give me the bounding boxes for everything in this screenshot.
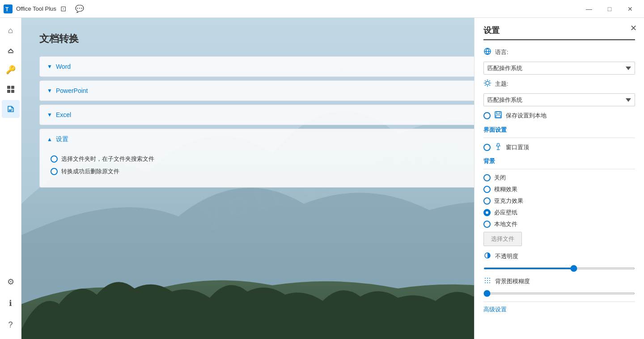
option-search-subfolders-label: 选择文件夹时，在子文件夹搜索文件 (61, 155, 154, 163)
radio-save-local[interactable] (483, 112, 491, 119)
chevron-icon: ▼ (47, 63, 52, 70)
accordion-excel-label: Excel (56, 111, 71, 118)
sidebar-item-home[interactable]: ⌂ (2, 21, 20, 39)
svg-rect-6 (11, 90, 14, 93)
option-delete-after[interactable]: 转换成功后删除原文件 (51, 167, 483, 176)
bg-acrylic[interactable]: 亚克力效果 (483, 197, 635, 205)
option-search-subfolders[interactable]: 选择文件夹时，在子文件夹搜索文件 (51, 155, 483, 163)
radio-pin-window[interactable] (483, 144, 491, 151)
bg-wallpaper[interactable]: 必应壁纸 (483, 209, 635, 217)
radio-bg-wallpaper[interactable] (483, 209, 491, 216)
advanced-divider (483, 301, 635, 302)
language-label: 语言: (495, 48, 508, 56)
radio-delete-after[interactable] (51, 168, 58, 175)
sidebar-item-convert[interactable] (2, 100, 20, 118)
titlebar-left: T Office Tool Plus (4, 4, 56, 13)
accordion-excel: ▼ Excel (39, 105, 494, 125)
opacity-slider-wrap: 不透明度 (483, 251, 635, 271)
pin-icon (494, 142, 502, 152)
accordion-powerpoint-label: PowerPoint (56, 87, 88, 94)
theme-row: 主题: (483, 79, 635, 89)
settings-panel: ✕ 设置 语言: 匹配操作系统 中文 English (474, 18, 644, 339)
opacity-slider[interactable] (483, 268, 635, 269)
svg-rect-5 (7, 90, 10, 93)
settings-divider (483, 39, 635, 40)
chevron-icon-pp: ▼ (47, 88, 52, 94)
sidebar-item-deploy[interactable] (2, 41, 20, 59)
svg-point-8 (486, 81, 489, 85)
accordion-powerpoint-header[interactable]: ▼ PowerPoint (40, 81, 493, 100)
titlebar-extra-btn2[interactable]: 💬 (72, 2, 87, 16)
svg-rect-4 (11, 86, 14, 89)
titlebar: T Office Tool Plus ⊡ 💬 — □ ✕ (0, 0, 644, 18)
advanced-settings-link[interactable]: 高级设置 (483, 306, 635, 314)
sidebar-item-help[interactable]: ? (2, 316, 20, 334)
titlebar-extra-btn1[interactable]: ⊡ (56, 2, 71, 16)
theme-select-wrap: 匹配操作系统 浅色 深色 (483, 93, 635, 106)
sidebar-item-activate[interactable]: 🔑 (2, 61, 20, 79)
app-title: Office Tool Plus (16, 5, 56, 12)
language-row: 语言: (483, 47, 635, 57)
settings-panel-title: 设置 (483, 25, 635, 36)
svg-point-15 (489, 278, 490, 279)
bg-acrylic-label: 亚克力效果 (494, 197, 523, 205)
sidebar-item-tools[interactable] (2, 80, 20, 98)
ui-divider (483, 138, 635, 138)
accordion-settings-header[interactable]: ▲ 设置 (40, 129, 493, 150)
theme-label: 主题: (495, 80, 508, 88)
svg-rect-2 (8, 52, 13, 53)
language-select[interactable]: 匹配操作系统 中文 English (483, 62, 635, 75)
app-logo: T (4, 4, 13, 13)
bg-off-label: 关闭 (494, 174, 506, 182)
opacity-icon (483, 251, 491, 261)
svg-rect-3 (7, 86, 10, 89)
accordion-settings-label: 设置 (56, 135, 68, 143)
sidebar-item-info[interactable]: ℹ (2, 294, 20, 312)
radio-search-subfolders[interactable] (51, 155, 58, 163)
maximize-button[interactable]: □ (599, 0, 620, 18)
pin-window-label: 窗口置顶 (506, 143, 529, 151)
blur-label: 背景图模糊度 (495, 277, 530, 285)
save-local-row[interactable]: 保存设置到本地 (483, 111, 635, 121)
theme-select[interactable]: 匹配操作系统 浅色 深色 (483, 93, 635, 106)
ui-settings-title: 界面设置 (483, 126, 635, 134)
svg-point-20 (487, 282, 488, 283)
svg-rect-11 (496, 115, 500, 117)
settings-close-button[interactable]: ✕ (630, 23, 637, 33)
radio-bg-blur[interactable] (483, 186, 491, 193)
opacity-label-row: 不透明度 (483, 251, 635, 261)
sidebar: ⌂ 🔑 ⚙ ℹ ? (0, 18, 21, 339)
pin-window-row[interactable]: 窗口置顶 (483, 142, 635, 152)
content-area: yottapc.com 文档转换 ▼ Word (21, 18, 644, 339)
radio-bg-off[interactable] (483, 174, 491, 181)
accordion-excel-header[interactable]: ▼ Excel (40, 105, 493, 125)
bg-local[interactable]: 本地文件 (483, 220, 635, 228)
svg-point-21 (489, 282, 490, 283)
app-body: ⌂ 🔑 ⚙ ℹ ? (0, 18, 644, 339)
minimize-button[interactable]: — (579, 0, 599, 18)
accordion-word-header[interactable]: ▼ Word (40, 57, 493, 76)
chevron-icon-xl: ▼ (47, 112, 52, 118)
bg-off[interactable]: 关闭 (483, 174, 635, 182)
accordion-settings-body: 选择文件夹时，在子文件夹搜索文件 转换成功后删除原文件 (40, 150, 493, 187)
option-delete-after-label: 转换成功后删除原文件 (61, 167, 119, 176)
svg-point-13 (485, 278, 486, 279)
close-button[interactable]: ✕ (620, 0, 640, 18)
blur-label-row: 背景图模糊度 (483, 276, 635, 286)
accordion-word-label: Word (56, 63, 71, 70)
blur-slider[interactable] (483, 293, 635, 294)
sidebar-bottom: ⚙ ℹ ? (2, 273, 20, 339)
titlebar-extras: ⊡ 💬 (56, 2, 87, 16)
select-file-button[interactable]: 选择文件 (483, 232, 522, 246)
svg-point-17 (487, 280, 488, 281)
radio-bg-local[interactable] (483, 221, 491, 228)
language-select-wrap: 匹配操作系统 中文 English (483, 62, 635, 75)
bg-blur[interactable]: 模糊效果 (483, 185, 635, 193)
sidebar-item-settings[interactable]: ⚙ (2, 273, 20, 291)
save-local-label: 保存设置到本地 (506, 112, 547, 120)
theme-icon (483, 79, 491, 89)
accordion-powerpoint: ▼ PowerPoint (39, 80, 494, 101)
radio-bg-acrylic[interactable] (483, 197, 491, 205)
save-icon (494, 111, 502, 121)
bg-local-label: 本地文件 (494, 220, 517, 228)
